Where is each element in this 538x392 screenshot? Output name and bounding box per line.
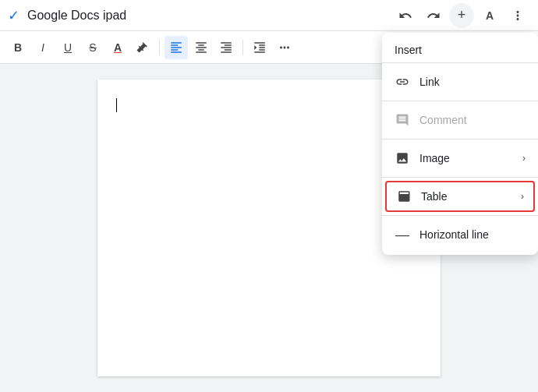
font-color-toolbar-button[interactable]: A [106,36,129,59]
undo-button[interactable] [393,3,418,28]
top-bar: ✓ Google Docs ipad + A [0,0,538,31]
align-right-button[interactable] [214,36,238,59]
insert-menu-title: Insert [382,37,538,63]
strikethrough-button[interactable]: S [81,36,104,59]
comment-icon [395,112,410,128]
link-label: Link [419,76,526,88]
font-color-button[interactable]: A [477,3,502,28]
insert-table-item[interactable]: Table › [385,181,535,212]
indent-button[interactable] [248,36,271,59]
horizontal-line-label: Horizontal line [419,228,526,241]
insert-menu: Insert Link Comment Image › Table › — [382,33,538,255]
menu-divider-2 [382,139,538,139]
document-title[interactable]: Google Docs ipad [27,9,393,23]
image-chevron-icon: › [522,153,526,164]
top-actions: + A [393,3,530,28]
comment-label: Comment [419,114,526,126]
toolbar-divider-1 [159,40,160,55]
check-icon[interactable]: ✓ [8,7,19,24]
insert-horizontal-line-item[interactable]: — Horizontal line [382,219,538,250]
redo-button[interactable] [421,3,446,28]
menu-divider-1 [382,101,538,101]
table-icon [396,189,412,204]
horizontal-line-icon: — [395,227,410,242]
image-icon [395,150,410,166]
highlight-button[interactable] [131,36,154,59]
toolbar-divider-2 [242,40,243,55]
table-chevron-icon: › [521,191,524,202]
menu-divider-3 [382,177,538,178]
more-options-button[interactable] [505,3,530,28]
table-label: Table [421,190,521,203]
insert-comment-item: Comment [382,104,538,136]
menu-divider-4 [382,215,538,216]
insert-image-item[interactable]: Image › [382,143,538,174]
link-icon [395,74,410,90]
text-cursor [116,98,117,112]
insert-link-item[interactable]: Link [382,66,538,97]
align-center-button[interactable] [189,36,213,59]
italic-button[interactable]: I [31,36,55,59]
add-button[interactable]: + [449,3,474,28]
bold-button[interactable]: B [6,36,30,59]
underline-button[interactable]: U [56,36,80,59]
more-toolbar-button[interactable] [273,36,296,59]
align-left-button[interactable] [165,36,188,59]
image-label: Image [419,152,522,164]
